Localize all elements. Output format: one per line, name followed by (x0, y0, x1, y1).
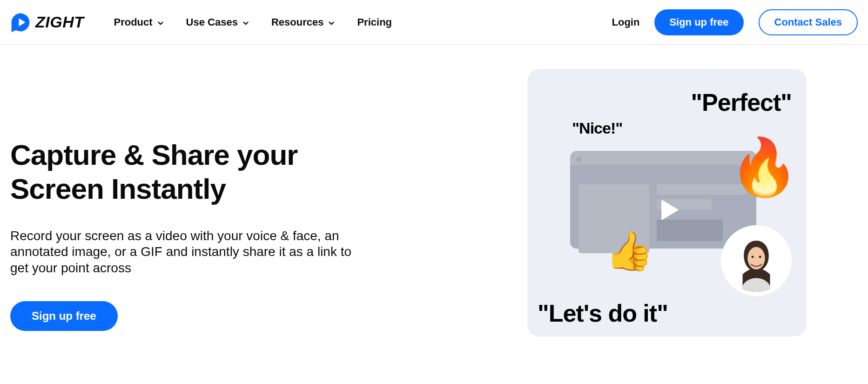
reaction-lets-do-it: "Let's do it" (538, 299, 668, 327)
reaction-nice: "Nice!" (572, 119, 622, 137)
site-header: ZIGHT Product Use Cases Resources Pricin… (0, 0, 868, 45)
play-icon (654, 195, 683, 224)
brand-name: ZIGHT (35, 13, 84, 31)
hero-section: Capture & Share your Screen Instantly Re… (0, 45, 868, 337)
chevron-down-icon (242, 18, 250, 27)
hero-copy: Capture & Share your Screen Instantly Re… (10, 69, 378, 337)
svg-point-3 (759, 256, 761, 258)
avatar-ring (721, 225, 792, 296)
nav-label: Resources (271, 16, 324, 28)
hero-title: Capture & Share your Screen Instantly (10, 138, 378, 206)
svg-point-2 (752, 256, 754, 258)
thumbs-up-icon: 👍 (606, 232, 653, 270)
nav-label: Product (114, 16, 152, 28)
hero-illustration: "Perfect" "Nice!" "Let's do it" 🔥 👍 (527, 69, 807, 337)
fire-icon: 🔥 (729, 139, 799, 195)
main-nav: Product Use Cases Resources Pricing (114, 16, 392, 28)
hero-subtitle: Record your screen as a video with your … (10, 228, 355, 276)
chevron-down-icon (156, 18, 165, 27)
login-link[interactable]: Login (612, 16, 640, 28)
nav-label: Pricing (357, 16, 392, 28)
nav-label: Use Cases (186, 16, 238, 28)
signup-button[interactable]: Sign up free (654, 9, 743, 35)
avatar (725, 229, 787, 292)
brand-logo[interactable]: ZIGHT (10, 12, 84, 33)
window-control-icon (577, 157, 581, 162)
nav-item-pricing[interactable]: Pricing (357, 16, 392, 28)
reaction-perfect: "Perfect" (691, 88, 792, 116)
window-graphic (570, 151, 756, 249)
logo-icon (10, 12, 31, 33)
header-actions: Login Sign up free Contact Sales (612, 9, 858, 35)
contact-sales-button[interactable]: Contact Sales (759, 9, 858, 35)
hero-signup-button[interactable]: Sign up free (10, 301, 118, 331)
chevron-down-icon (327, 18, 336, 27)
nav-item-use-cases[interactable]: Use Cases (186, 16, 250, 28)
nav-item-product[interactable]: Product (114, 16, 164, 28)
nav-item-resources[interactable]: Resources (271, 16, 336, 28)
